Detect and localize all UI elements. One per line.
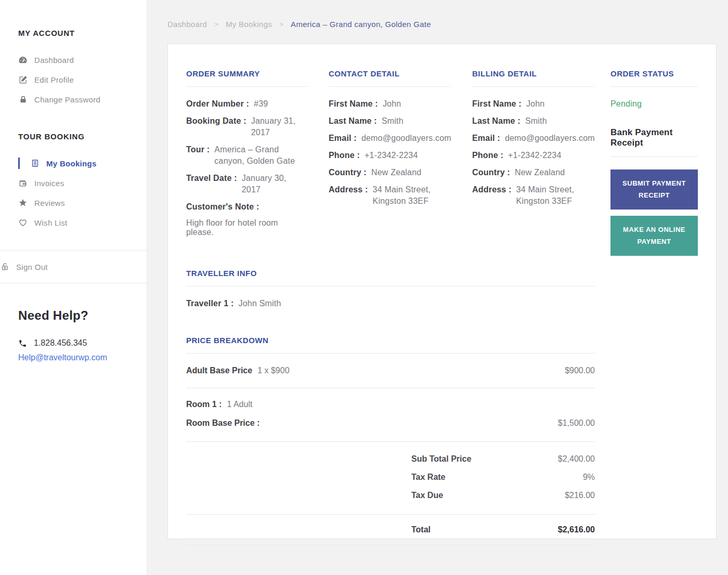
tour-link[interactable]: America – Grand canyon, Golden Gate [214,144,307,167]
status-badge: Pending [610,99,698,109]
tour-booking-title: TOUR BOOKING [18,132,132,141]
order-number-row: Order Number : #39 [186,98,307,110]
page: MY ACCOUNT Dashboard Edit Profile [0,0,728,575]
section-divider [472,86,595,87]
sidebar-item-label: Wish List [34,218,68,227]
room-base-price-row: Room Base Price : $1,500.00 [186,419,595,428]
adult-base-price-amount: $900.00 [565,366,595,375]
my-account-list: Dashboard Edit Profile Change Password [18,50,132,109]
need-help-title: Need Help? [18,308,132,323]
billing-detail-section: BILLING DETAIL First Name : John Last Na… [472,69,595,239]
order-status-title: ORDER STATUS [610,69,698,78]
phone-icon [18,339,27,348]
sidebar-item-label: My Bookings [46,159,97,168]
breadcrumb-my-bookings[interactable]: My Bookings [226,20,272,29]
submit-payment-receipt-button[interactable]: SUBMIT PAYMENT RECEIPT [610,169,698,210]
traveller-info-section: TRAVELLER INFO Traveller 1 : John Smith [186,269,595,309]
order-status-section: ORDER STATUS Pending Bank Payment Receip… [610,69,698,256]
sidebar-item-label: Sign Out [16,263,48,271]
sidebar-item-sign-out[interactable]: Sign Out [0,254,147,280]
first-name-row: First Name : John [472,98,595,110]
sidebar-item-reviews[interactable]: Reviews [18,193,132,213]
edit-pencil-icon [18,75,28,84]
tax-due-row: Tax Due $216.00 [186,490,595,501]
active-indicator-bar [18,158,20,169]
room-occupancy-row: Room 1 : 1 Adult [186,400,595,409]
sidebar-item-label: Change Password [34,95,100,104]
breadcrumb-current: America – Grand canyon, Golden Gate [291,20,431,29]
order-summary-section: ORDER SUMMARY Order Number : #39 Booking… [186,69,307,239]
sidebar-item-label: Edit Profile [34,75,74,84]
sidebar: MY ACCOUNT Dashboard Edit Profile [0,0,147,575]
sidebar-item-change-password[interactable]: Change Password [18,89,132,109]
section-divider [186,286,595,286]
tour-row: Tour : America – Grand canyon, Golden Ga… [186,144,307,167]
phone-row: Phone : +1-2342-2234 [472,150,595,161]
address-row: Address : 34 Main Street, Kingston 33EF [472,184,595,207]
my-account-title: MY ACCOUNT [18,29,132,37]
tour-booking-list: My Bookings Invoices Reviews [18,153,132,232]
bookings-list-icon [30,159,40,168]
contact-detail-title: CONTACT DETAIL [329,69,451,78]
room-block: Room 1 : 1 Adult Room Base Price : $1,50… [186,388,595,442]
phone-row: Phone : +1-2342-2234 [329,150,451,161]
sidebar-item-label: Invoices [34,179,64,188]
price-breakdown-title: PRICE BREAKDOWN [186,336,595,345]
booking-date-row: Booking Date : January 31, 2017 [186,115,307,138]
customer-note-text: High floor for hotel room please. [186,218,307,237]
sidebar-item-wish-list[interactable]: Wish List [18,213,132,232]
email-row: Email : demo@goodlayers.com [329,133,451,144]
last-name-row: Last Name : Smith [329,115,451,127]
make-online-payment-button[interactable]: MAKE AN ONLINE PAYMENT [610,216,698,256]
star-icon [18,198,28,207]
dashboard-gauge-icon [18,55,28,64]
help-email-link[interactable]: Help@traveltourwp.com [18,353,132,362]
sidebar-item-dashboard[interactable]: Dashboard [18,50,132,70]
breadcrumb: Dashboard > My Bookings > America – Gran… [167,20,717,29]
first-name-row: First Name : John [329,98,451,110]
heart-icon [18,218,28,227]
total-amount: $2,616.00 [558,525,595,534]
country-row: Country : New Zealand [329,167,451,178]
sidebar-divider [0,283,147,283]
section-divider [329,86,451,87]
sub-total-row: Sub Total Price $2,400.00 [186,453,595,464]
address-row: Address : 34 Main Street, Kingston 33EF [329,184,451,207]
country-row: Country : New Zealand [472,167,595,178]
sidebar-item-my-bookings[interactable]: My Bookings [18,153,132,173]
unlock-icon [0,262,9,271]
need-help-section: Need Help? 1.828.456.345 Help@traveltour… [0,308,147,362]
section-divider [610,156,698,157]
price-breakdown-section: PRICE BREAKDOWN Adult Base Price 1 x $90… [186,336,595,545]
main-content: Dashboard > My Bookings > America – Gran… [147,0,728,575]
traveller-info-title: TRAVELLER INFO [186,269,595,278]
room-base-price-amount: $1,500.00 [558,419,595,428]
customer-note-label-row: Customer's Note : [186,201,307,213]
booking-detail-card: ORDER SUMMARY Order Number : #39 Booking… [167,44,717,539]
totals-block: Sub Total Price $2,400.00 Tax Rate 9% Ta… [186,442,595,545]
wallet-icon [18,178,28,188]
breadcrumb-separator-icon: > [214,20,218,28]
sidebar-item-edit-profile[interactable]: Edit Profile [18,70,132,89]
last-name-row: Last Name : Smith [472,115,595,127]
adult-base-price-row: Adult Base Price 1 x $900 $900.00 [186,354,595,388]
lock-icon [18,95,28,104]
travel-date-row: Travel Date : January 30, 2017 [186,173,307,195]
section-divider [610,86,698,87]
bank-payment-receipt-heading: Bank Payment Receipt [610,127,698,148]
breadcrumb-dashboard[interactable]: Dashboard [167,20,207,29]
traveller-row: Traveller 1 : John Smith [186,298,595,309]
contact-detail-section: CONTACT DETAIL First Name : John Last Na… [329,69,451,239]
billing-detail-title: BILLING DETAIL [472,69,595,78]
help-phone-number: 1.828.456.345 [34,338,87,348]
section-divider [186,86,307,87]
breadcrumb-separator-icon: > [279,20,283,28]
sidebar-item-label: Dashboard [34,56,74,64]
sidebar-item-label: Reviews [34,199,65,207]
tax-rate-row: Tax Rate 9% [186,472,595,482]
order-summary-title: ORDER SUMMARY [186,69,307,78]
sidebar-item-invoices[interactable]: Invoices [18,173,132,193]
total-row: Total $2,616.00 [186,515,595,545]
email-row: Email : demo@goodlayers.com [472,133,595,144]
